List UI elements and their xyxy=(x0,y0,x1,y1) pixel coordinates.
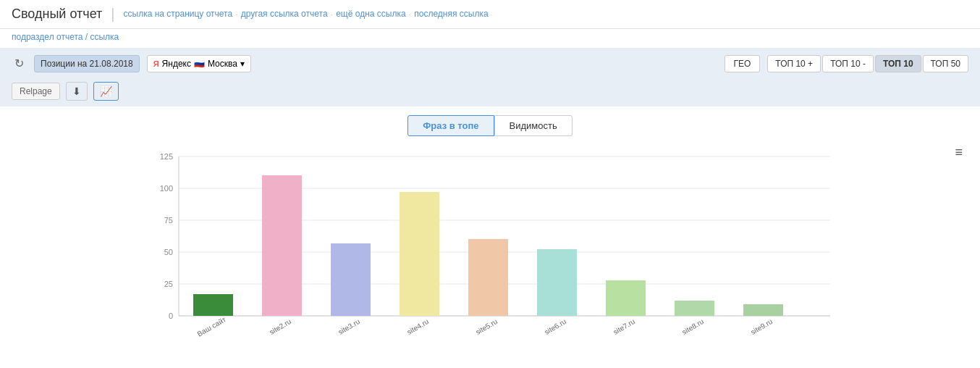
bar-8[interactable] xyxy=(743,304,783,316)
breadcrumbs: ссылка на страницу отчета · другая ссылк… xyxy=(124,9,968,20)
tab-visibility[interactable]: Видимость xyxy=(494,115,573,136)
header-divider: | xyxy=(111,6,114,22)
header-bar: Сводный отчет | ссылка на страницу отчет… xyxy=(0,0,980,29)
bar-2[interactable] xyxy=(331,243,371,316)
breadcrumb-link-3[interactable]: ещё одна ссылка xyxy=(336,9,405,20)
svg-text:site2.ru: site2.ru xyxy=(268,317,292,336)
bar-6[interactable] xyxy=(606,280,646,316)
bar-4[interactable] xyxy=(468,239,508,316)
svg-text:125: 125 xyxy=(160,152,173,161)
region-flag: 🇷🇺 xyxy=(194,59,205,69)
bar-7[interactable] xyxy=(675,301,714,316)
region-label: Москва xyxy=(208,59,237,69)
bar-5[interactable] xyxy=(537,249,577,316)
sub-breadcrumb-link[interactable]: подраздел отчета / ссылка xyxy=(12,32,119,42)
bar-0[interactable] xyxy=(193,294,233,316)
svg-text:Ваш сайт: Ваш сайт xyxy=(196,315,228,338)
svg-text:site6.ru: site6.ru xyxy=(543,317,567,336)
chart-container: ≡ 125 100 75 50 25 0 xyxy=(0,142,980,359)
svg-text:site7.ru: site7.ru xyxy=(612,317,636,336)
top10-button[interactable]: ТОП 10 xyxy=(875,55,921,72)
breadcrumb-link-2[interactable]: другая ссылка отчета xyxy=(241,9,328,20)
bar-1[interactable] xyxy=(262,175,302,316)
svg-text:site5.ru: site5.ru xyxy=(474,317,499,336)
search-engine-selector[interactable]: Я Яндекс 🇷🇺 Москва ▾ xyxy=(147,55,251,72)
svg-text:25: 25 xyxy=(164,280,173,288)
svg-text:site9.ru: site9.ru xyxy=(749,317,774,336)
svg-text:site4.ru: site4.ru xyxy=(405,317,430,336)
svg-text:100: 100 xyxy=(160,184,173,193)
toolbar: ↻ Позиции на 21.08.2018 Я Яндекс 🇷🇺 Моск… xyxy=(0,48,980,106)
search-engine-label: Яндекс xyxy=(162,59,191,69)
tabs-row: Фраз в топе Видимость xyxy=(0,106,980,142)
bar-3[interactable] xyxy=(400,192,439,316)
bar-chart-svg: 125 100 75 50 25 0 Ваш xyxy=(14,142,966,345)
date-selector[interactable]: Позиции на 21.08.2018 xyxy=(34,55,140,72)
svg-text:50: 50 xyxy=(164,248,173,256)
top50-button[interactable]: ТОП 50 xyxy=(923,55,968,72)
sub-breadcrumb: подраздел отчета / ссылка xyxy=(0,29,980,48)
svg-text:75: 75 xyxy=(164,216,173,225)
yandex-logo: Я xyxy=(153,59,159,68)
top10plus-button[interactable]: ТОП 10 + xyxy=(767,55,821,72)
chart-view-button[interactable]: 📈 xyxy=(93,82,119,101)
top-button-group: ТОП 10 + ТОП 10 - ТОП 10 ТОП 50 xyxy=(767,55,968,72)
svg-text:site3.ru: site3.ru xyxy=(337,317,361,336)
chart-area: 125 100 75 50 25 0 Ваш xyxy=(14,142,966,345)
svg-text:site8.ru: site8.ru xyxy=(680,317,705,336)
relpage-button[interactable]: Relpage xyxy=(12,83,60,100)
toolbar-row2: Relpage ⬇ 📈 xyxy=(12,82,119,101)
geo-button[interactable]: ГЕО xyxy=(725,55,761,72)
breadcrumb-link-4[interactable]: последняя ссылка xyxy=(414,9,488,20)
download-button[interactable]: ⬇ xyxy=(66,82,88,101)
chevron-down-icon: ▾ xyxy=(240,59,245,69)
refresh-button[interactable]: ↻ xyxy=(12,54,27,73)
toolbar-row1: ↻ Позиции на 21.08.2018 Я Яндекс 🇷🇺 Моск… xyxy=(12,54,968,73)
page-title: Сводный отчет xyxy=(12,7,102,22)
breadcrumb-link-1[interactable]: ссылка на страницу отчета xyxy=(124,9,233,20)
svg-text:0: 0 xyxy=(169,311,173,320)
tab-phrases[interactable]: Фраз в топе xyxy=(407,115,494,136)
top10minus-button[interactable]: ТОП 10 - xyxy=(822,55,874,72)
